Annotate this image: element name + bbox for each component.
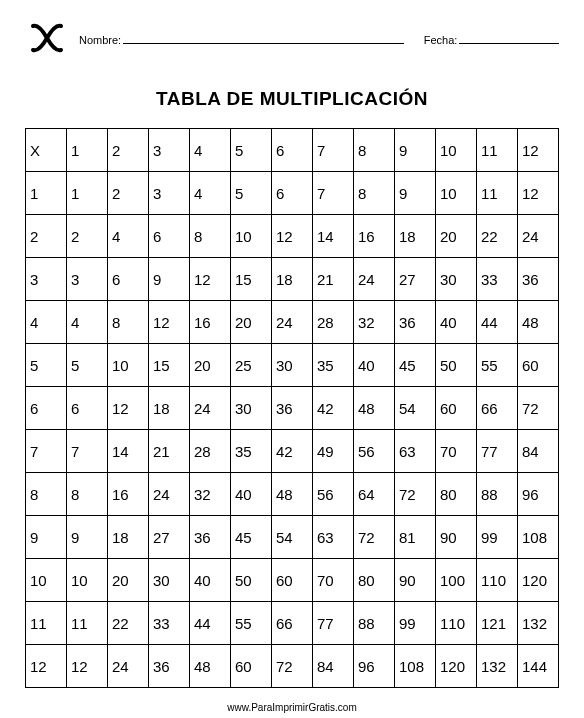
table-cell: 24 [149,473,190,516]
table-cell: 5 [231,172,272,215]
table-cell: 56 [354,430,395,473]
table-cell: 6 [149,215,190,258]
table-cell: 54 [395,387,436,430]
table-cell: 12 [67,645,108,688]
table-cell: 44 [477,301,518,344]
table-cell: 72 [354,516,395,559]
table-cell: 48 [272,473,313,516]
table-cell: 64 [354,473,395,516]
table-cell: 10 [231,215,272,258]
table-cell: 11 [477,172,518,215]
table-cell: 44 [190,602,231,645]
table-cell: 88 [354,602,395,645]
table-cell: 55 [231,602,272,645]
table-cell: 81 [395,516,436,559]
table-cell: 32 [354,301,395,344]
table-cell: 24 [518,215,559,258]
col-header: 7 [313,129,354,172]
table-cell: 144 [518,645,559,688]
table-cell: 22 [477,215,518,258]
table-cell: 99 [477,516,518,559]
table-cell: 42 [272,430,313,473]
table-cell: 100 [436,559,477,602]
table-cell: 72 [395,473,436,516]
row-header: 9 [26,516,67,559]
table-cell: 12 [190,258,231,301]
table-cell: 4 [190,172,231,215]
table-cell: 88 [477,473,518,516]
table-cell: 77 [477,430,518,473]
table-cell: 18 [395,215,436,258]
table-cell: 16 [190,301,231,344]
table-cell: 9 [149,258,190,301]
name-label: Nombre: [79,34,121,46]
table-cell: 36 [395,301,436,344]
table-cell: 56 [313,473,354,516]
table-cell: 108 [518,516,559,559]
table-cell: 36 [190,516,231,559]
table-cell: 24 [272,301,313,344]
table-cell: 50 [436,344,477,387]
row-header: 6 [26,387,67,430]
table-cell: 2 [67,215,108,258]
table-cell: 32 [190,473,231,516]
table-cell: 70 [436,430,477,473]
col-header: 11 [477,129,518,172]
table-cell: 72 [272,645,313,688]
table-cell: 42 [313,387,354,430]
table-cell: 60 [231,645,272,688]
table-cell: 7 [313,172,354,215]
table-cell: 27 [149,516,190,559]
table-cell: 14 [108,430,149,473]
table-cell: 121 [477,602,518,645]
table-cell: 24 [354,258,395,301]
table-cell: 8 [108,301,149,344]
table-cell: 66 [477,387,518,430]
table-cell: 90 [436,516,477,559]
table-cell: 10 [67,559,108,602]
date-input-line[interactable] [459,32,559,44]
col-header: 10 [436,129,477,172]
table-corner: X [26,129,67,172]
name-field[interactable]: Nombre: [79,32,404,46]
table-cell: 49 [313,430,354,473]
table-cell: 30 [149,559,190,602]
table-cell: 50 [231,559,272,602]
table-cell: 48 [518,301,559,344]
table-cell: 18 [149,387,190,430]
table-cell: 1 [67,172,108,215]
table-cell: 30 [272,344,313,387]
table-cell: 16 [108,473,149,516]
col-header: 8 [354,129,395,172]
table-cell: 40 [231,473,272,516]
table-cell: 15 [149,344,190,387]
col-header: 4 [190,129,231,172]
row-header: 2 [26,215,67,258]
col-header: 9 [395,129,436,172]
table-cell: 12 [518,172,559,215]
row-header: 7 [26,430,67,473]
table-cell: 60 [518,344,559,387]
table-cell: 20 [231,301,272,344]
x-logo-icon [25,16,69,60]
row-header: 8 [26,473,67,516]
table-cell: 20 [108,559,149,602]
table-cell: 5 [67,344,108,387]
table-cell: 35 [231,430,272,473]
table-cell: 11 [67,602,108,645]
table-cell: 45 [395,344,436,387]
date-field[interactable]: Fecha: [424,32,559,46]
table-cell: 36 [518,258,559,301]
table-cell: 6 [272,172,313,215]
col-header: 2 [108,129,149,172]
table-cell: 21 [149,430,190,473]
table-cell: 24 [108,645,149,688]
table-cell: 70 [313,559,354,602]
table-cell: 80 [354,559,395,602]
table-cell: 48 [354,387,395,430]
table-cell: 12 [149,301,190,344]
name-input-line[interactable] [123,32,404,44]
table-cell: 33 [477,258,518,301]
table-cell: 35 [313,344,354,387]
table-cell: 36 [272,387,313,430]
